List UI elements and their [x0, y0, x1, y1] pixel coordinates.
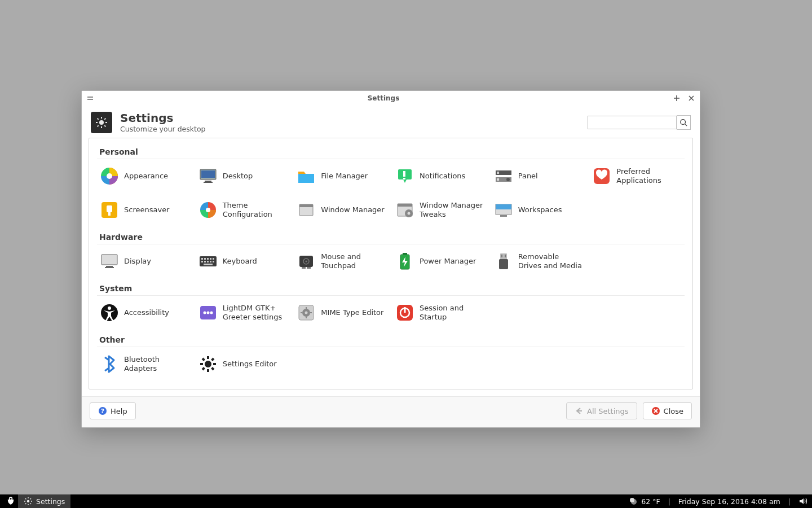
mouse-touchpad-icon [296, 251, 316, 271]
lightdm-greeter-icon [198, 303, 218, 323]
settings-item-desktop[interactable]: Desktop [196, 159, 291, 193]
button-bar: ? Help All Settings Close [82, 396, 700, 427]
category-title: Hardware [97, 230, 685, 244]
window-manager-icon [296, 200, 316, 220]
category-grid: Bluetooth AdaptersSettings Editor [97, 347, 685, 381]
settings-item-accessibility[interactable]: Accessibility [97, 296, 192, 330]
settings-item-removable-media[interactable]: Removable Drives and Media [491, 244, 586, 278]
settings-item-label: LightDM GTK+ Greeter settings [223, 304, 289, 322]
help-icon: ? [98, 406, 107, 415]
settings-item-theme-config[interactable]: Theme Configuration [196, 193, 291, 227]
bluetooth-adapters-icon [99, 354, 120, 374]
clock-tray[interactable]: Friday Sep 16, 2016 4:08 am [674, 497, 785, 506]
settings-item-label: Appearance [124, 172, 168, 181]
window-titlebar[interactable]: Settings [82, 91, 700, 106]
keyboard-icon [198, 251, 218, 271]
clock-text: Friday Sep 16, 2016 4:08 am [678, 497, 780, 506]
settings-item-keyboard[interactable]: Keyboard [196, 244, 291, 278]
settings-item-label: Window Manager [321, 205, 384, 214]
window-close-icon[interactable] [687, 94, 695, 102]
settings-item-lightdm-greeter[interactable]: LightDM GTK+ Greeter settings [196, 296, 291, 330]
weather-text: 62 °F [641, 497, 660, 506]
settings-item-label: Notifications [420, 172, 465, 181]
settings-item-label: Bluetooth Adapters [124, 355, 190, 374]
settings-item-power-manager[interactable]: Power Manager [392, 244, 488, 278]
settings-item-wm-tweaks[interactable]: Window Manager Tweaks [392, 193, 488, 227]
settings-item-label: Mouse and Touchpad [321, 252, 387, 271]
settings-item-display[interactable]: Display [97, 244, 192, 278]
settings-task-gear-icon [24, 497, 33, 506]
header-subtitle: Customize your desktop [120, 125, 206, 133]
settings-item-label: Removable Drives and Media [518, 252, 584, 271]
accessibility-icon [99, 303, 120, 323]
wm-tweaks-icon [395, 200, 415, 220]
appearance-icon [99, 166, 120, 186]
settings-item-label: File Manager [321, 172, 368, 181]
settings-item-label: Power Manager [420, 257, 476, 266]
taskbar-divider: | [787, 497, 792, 506]
svg-point-6 [10, 498, 12, 500]
settings-item-preferred-apps[interactable]: Preferred Applications [589, 159, 685, 193]
settings-gear-icon [91, 112, 112, 133]
settings-item-label: Desktop [223, 172, 253, 181]
settings-item-appearance[interactable]: Appearance [97, 159, 192, 193]
category-title: Personal [97, 145, 685, 159]
close-button-label: Close [664, 407, 683, 415]
taskbar-task-label: Settings [36, 497, 65, 506]
desktop[interactable]: Settings Settings Customize your desktop [0, 0, 812, 494]
taskbar-task-settings[interactable]: Settings [18, 494, 70, 508]
settings-item-notifications[interactable]: Notifications [392, 159, 488, 193]
svg-point-9 [630, 498, 634, 502]
workspaces-icon [493, 200, 514, 220]
header-title: Settings [120, 111, 206, 125]
window-maximize-icon[interactable] [673, 94, 681, 102]
help-button-label: Help [111, 407, 127, 415]
file-manager-icon [296, 166, 316, 186]
back-arrow-icon [575, 406, 584, 415]
help-button[interactable]: ? Help [90, 402, 136, 419]
settings-item-file-manager[interactable]: File Manager [294, 159, 389, 193]
settings-item-label: Session and Startup [420, 304, 486, 322]
session-startup-icon [395, 303, 415, 323]
settings-item-bluetooth-adapters[interactable]: Bluetooth Adapters [97, 347, 192, 381]
settings-item-screensaver[interactable]: Screensaver [97, 193, 192, 227]
settings-item-window-manager[interactable]: Window Manager [294, 193, 389, 227]
settings-item-label: MIME Type Editor [321, 308, 383, 317]
start-menu-icon[interactable] [3, 494, 18, 508]
weather-tray[interactable]: 62 °F [624, 497, 664, 506]
settings-item-label: Display [124, 257, 151, 266]
settings-window: Settings Settings Customize your desktop [81, 90, 700, 428]
all-settings-button: All Settings [566, 402, 637, 419]
panel-icon [493, 166, 514, 186]
category-title: Other [97, 333, 685, 347]
close-button[interactable]: Close [643, 402, 692, 419]
settings-item-settings-editor[interactable]: Settings Editor [196, 347, 291, 381]
taskbar-divider: | [667, 497, 672, 506]
desktop-icon [198, 166, 218, 186]
settings-item-label: Workspaces [518, 205, 562, 214]
all-settings-button-label: All Settings [587, 407, 629, 415]
display-icon [99, 251, 120, 271]
settings-item-session-startup[interactable]: Session and Startup [392, 296, 488, 330]
settings-item-mouse-touchpad[interactable]: Mouse and Touchpad [294, 244, 389, 278]
taskbar: Settings 62 °F | Friday Sep 16, 2016 4:0… [0, 494, 812, 508]
settings-item-label: Screensaver [124, 205, 169, 214]
settings-item-workspaces[interactable]: Workspaces [491, 193, 586, 227]
weather-icon [629, 497, 638, 506]
svg-point-0 [99, 120, 104, 125]
volume-icon [798, 497, 807, 506]
search-input[interactable] [588, 116, 677, 129]
preferred-apps-icon [592, 166, 612, 186]
category-grid: AccessibilityLightDM GTK+ Greeter settin… [97, 296, 685, 330]
window-title: Settings [368, 94, 400, 102]
category-grid: AppearanceDesktopFile ManagerNotificatio… [97, 159, 685, 227]
sound-tray[interactable] [794, 497, 809, 506]
settings-item-label: Keyboard [223, 257, 257, 266]
settings-item-mime-editor[interactable]: MIME Type Editor [294, 296, 389, 330]
window-menu-icon[interactable] [86, 94, 94, 102]
search-icon[interactable] [677, 115, 691, 130]
settings-item-panel[interactable]: Panel [491, 159, 586, 193]
power-manager-icon [395, 251, 415, 271]
svg-point-7 [27, 500, 29, 502]
settings-item-label: Settings Editor [223, 360, 277, 369]
